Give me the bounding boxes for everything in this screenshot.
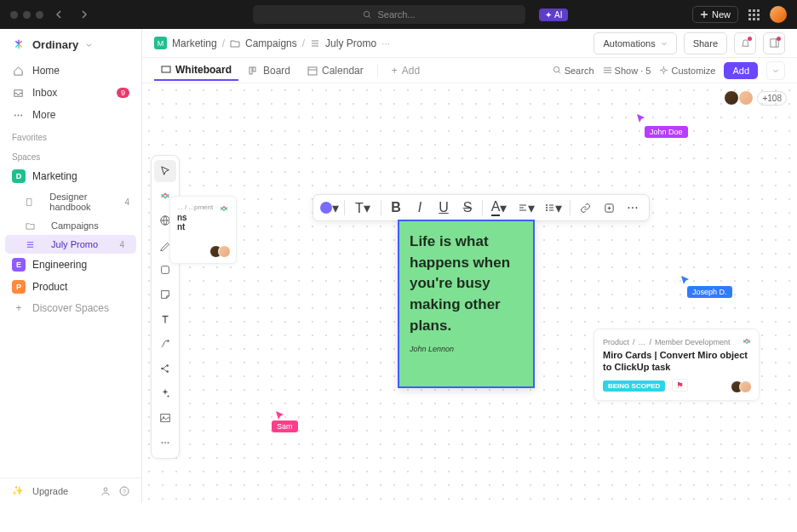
workspace-switcher[interactable]: Ordinary	[0, 29, 141, 60]
space-engineering[interactable]: EEngineering	[0, 254, 141, 276]
assignee-avatar[interactable]	[218, 245, 231, 258]
note-quote: Life is what happens when you're busy ma…	[410, 232, 523, 336]
fmt-color[interactable]: ▾	[318, 197, 341, 219]
space-product[interactable]: PProduct	[0, 276, 141, 298]
sidebar-footer: ✨ Upgrade ?	[0, 478, 141, 503]
whiteboard-canvas[interactable]: +108 ▾ T▾ B	[142, 83, 797, 503]
list-icon	[310, 38, 320, 49]
user-avatar[interactable]	[770, 6, 787, 23]
svg-point-26	[546, 204, 548, 206]
notif-button[interactable]	[734, 32, 756, 54]
tab-board[interactable]: Board	[242, 61, 297, 80]
tool-more[interactable]	[154, 432, 176, 454]
tool-select[interactable]	[154, 160, 176, 182]
workspace-logo	[12, 37, 26, 51]
crumb-space[interactable]: Marketing	[172, 37, 217, 49]
share-button[interactable]: Share	[684, 32, 727, 54]
fmt-underline[interactable]: U	[433, 197, 455, 219]
add-button[interactable]: Add	[724, 62, 758, 79]
sidebar-item-campaigns[interactable]: Campaigns	[0, 216, 141, 235]
tool-image[interactable]	[154, 407, 176, 429]
presence-count[interactable]: +108	[757, 91, 787, 106]
svg-point-25	[168, 442, 169, 443]
add-dropdown[interactable]	[766, 61, 785, 80]
space-marketing[interactable]: DMarketing	[0, 165, 141, 187]
list-icon	[26, 240, 35, 249]
note-author: John Lennon	[410, 345, 523, 353]
nav-inbox[interactable]: Inbox9	[0, 82, 141, 104]
svg-point-27	[546, 207, 548, 209]
apps-icon[interactable]	[748, 9, 760, 20]
tool-sticky[interactable]	[154, 283, 176, 306]
presence-avatar[interactable]	[724, 90, 739, 106]
calendar-icon	[307, 66, 318, 76]
cursor-icon	[680, 275, 691, 285]
global-search[interactable]: Search...	[253, 5, 525, 24]
svg-point-6	[104, 488, 107, 491]
fmt-strike[interactable]: S	[456, 197, 479, 219]
space-badge: D	[12, 169, 26, 183]
svg-text:?: ?	[123, 489, 126, 495]
breadcrumb: M Marketing / Campaigns / July Promo ···…	[142, 29, 797, 58]
tool-mindmap[interactable]	[154, 358, 176, 380]
max-dot[interactable]	[36, 11, 43, 19]
crumb-list[interactable]: July Promo	[325, 37, 376, 49]
automations-button[interactable]: Automations	[593, 32, 676, 54]
fmt-more[interactable]: ···	[622, 197, 644, 219]
tool-connector[interactable]	[154, 333, 176, 355]
home-icon	[12, 65, 24, 77]
customize-button[interactable]: Customize	[659, 66, 715, 76]
fmt-align[interactable]: ▾	[513, 197, 539, 219]
svg-rect-5	[27, 198, 32, 205]
tool-text[interactable]	[154, 308, 176, 330]
flag-icon[interactable]: ⚑	[672, 379, 688, 392]
fmt-textcolor[interactable]: A▾	[486, 197, 512, 219]
nav-home[interactable]: Home	[0, 60, 141, 82]
fmt-bold[interactable]: B	[385, 197, 407, 219]
back-button[interactable]	[52, 7, 67, 22]
assignee-avatar[interactable]	[739, 380, 752, 393]
person-icon[interactable]	[100, 486, 111, 496]
board-icon	[249, 66, 259, 76]
min-dot[interactable]	[23, 11, 31, 19]
ai-button[interactable]: ✦AI	[539, 9, 568, 21]
task-card-1[interactable]: ... / ...pment nsnt	[169, 196, 237, 264]
search-icon	[363, 10, 372, 20]
help-icon[interactable]: ?	[119, 486, 129, 496]
tab-calendar[interactable]: Calendar	[301, 61, 370, 80]
tab-add[interactable]: + Add	[385, 61, 427, 80]
more-icon[interactable]: ···	[381, 37, 390, 49]
sidebar-item-designer[interactable]: Designer handbook4	[0, 187, 141, 216]
new-button[interactable]: New	[692, 6, 738, 23]
presence-bar[interactable]: +108	[724, 90, 787, 106]
tool-ai[interactable]	[154, 382, 176, 404]
close-dot[interactable]	[10, 11, 18, 19]
svg-point-14	[553, 66, 559, 72]
cursor-label-john: John Doe	[645, 126, 688, 138]
fmt-textstyle[interactable]: T▾	[348, 197, 377, 219]
sidebar-item-july[interactable]: July Promo4	[5, 235, 136, 254]
nav-more[interactable]: More	[0, 104, 141, 126]
svg-rect-13	[308, 67, 317, 75]
tab-whiteboard[interactable]: Whiteboard	[154, 60, 238, 81]
fmt-link[interactable]	[574, 197, 596, 219]
discover-spaces[interactable]: +Discover Spaces	[0, 298, 141, 318]
fmt-task[interactable]	[598, 197, 620, 219]
status-badge[interactable]: BEING SCOPED	[603, 380, 665, 392]
fmt-list[interactable]: ▾	[541, 197, 566, 219]
upgrade-button[interactable]: Upgrade	[32, 486, 68, 496]
forward-button[interactable]	[76, 7, 91, 22]
task-title: Miro Cards | Convert Miro object to Clic…	[603, 349, 750, 374]
show-button[interactable]: Show · 5	[603, 66, 651, 76]
presence-avatar[interactable]	[738, 90, 754, 106]
space-chip[interactable]: M	[154, 37, 167, 49]
panel-button[interactable]	[763, 32, 785, 54]
folder-icon	[26, 221, 35, 231]
cursor-icon	[636, 113, 646, 123]
search-views[interactable]: Search	[553, 66, 594, 76]
window-controls	[10, 11, 43, 19]
task-card-2[interactable]: Product/…/Member Development Miro Cards …	[593, 329, 760, 401]
sticky-note[interactable]: Life is what happens when you're busy ma…	[398, 220, 535, 388]
fmt-italic[interactable]: I	[409, 197, 431, 219]
crumb-folder[interactable]: Campaigns	[245, 37, 297, 49]
